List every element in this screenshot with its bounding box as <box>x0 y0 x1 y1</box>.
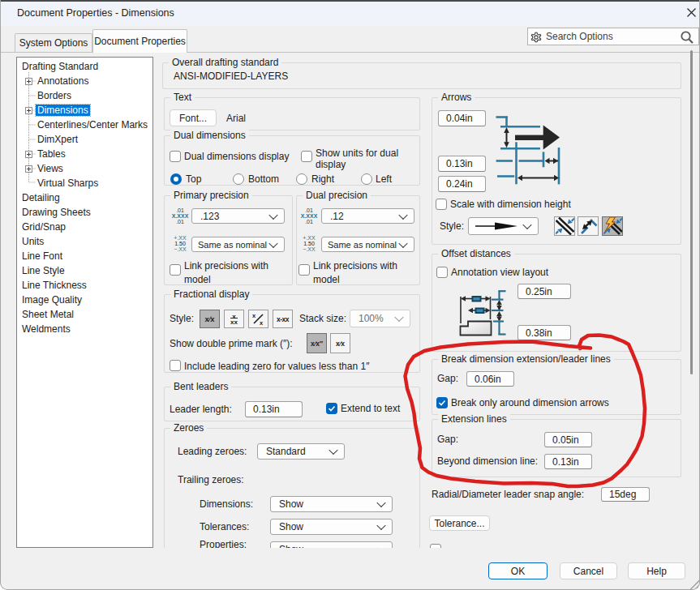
svg-text:x: x <box>252 312 256 319</box>
svg-text:x: x <box>260 319 264 326</box>
